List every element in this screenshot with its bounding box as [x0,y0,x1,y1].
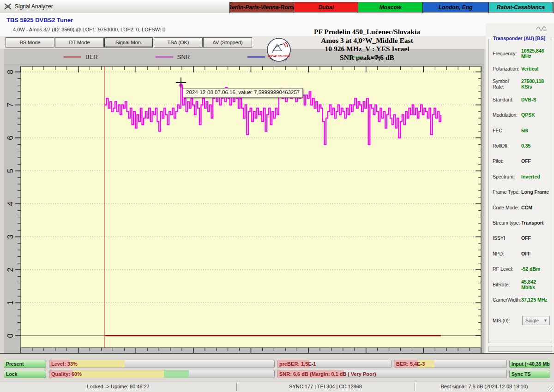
transponder-value: 37,125 MHz [521,297,548,303]
y-axis-label: 1 [6,301,15,305]
dxsatcs-logo: DXSATCS.COM [266,37,292,63]
transponder-label: FEC: [493,128,521,133]
mode-button-bs-mode[interactable]: BS Mode [6,37,54,48]
meter-ber: BER: 5,4E-3 [394,360,507,368]
mis-dropdown[interactable]: Single▼ [522,316,550,325]
app-icon [4,2,12,11]
tuner-name: TBS 5925 DVBS2 Tuner [6,17,73,24]
annotation-block: PF Prodelin 450_Lučenec/Slovakia Amos 3 … [277,28,457,62]
y-axis-label: 5 [6,169,15,173]
meter-preber: preBER: 1,5E-1 [277,360,391,368]
annotation-line-1: PF Prodelin 450_Lučenec/Slovakia [277,28,457,36]
transponder-value: CCM [521,205,532,210]
signal-chart-plot[interactable]: 012345678 [4,65,484,353]
mis-label: MIS (0): [493,318,521,323]
transponder-label: Frame Type: [493,189,521,195]
indicator-row-1: PresentLevel: 33%preBER: 1,5E-1BER: 5,4E… [0,360,554,368]
mode-button-dt-mode[interactable]: DT Mode [55,37,104,48]
meter-snr: SNR: 6,6 dB (Margin: 0,1 dB | Very Poor) [277,370,507,378]
status-input-40-39-mbps-: Input (~40,39 Mbps) [509,360,550,368]
mode-button-tsa-ok[interactable]: TSA (OK) [154,37,203,48]
transponder-label: Spectrum: [493,174,521,179]
y-axis-label: 3 [6,235,15,239]
statusbar: Locked -> Uptime: 80:46:27 SYNC 177 | TE… [0,381,554,392]
transponder-row: CarrierWidth:37,125 MHz [493,292,550,307]
transponder-value: 27500,118 KS/s [521,78,550,89]
status-sync-ts: Sync TS [509,370,550,378]
transponder-label: BitRate: [493,282,521,287]
status-present: Present [4,360,46,368]
transponder-label: Pilot: [493,158,521,164]
transponder-value: Long Frame [521,189,549,195]
ber-legend-line [64,56,81,58]
transponder-rows: Frequency:10925,846 MHzPolarization:Vert… [493,46,550,328]
meter-segment [164,370,189,378]
transponder-value: OFF [521,251,531,256]
chevron-down-icon: ▼ [543,318,548,323]
statusbar-uptime: Locked -> Uptime: 80:46:27 [0,384,236,389]
signal-analyzer-window: Signal Analyzer Berlin-Paris-Vienna-Roma… [0,0,554,392]
annotation-line-2: Amos 3 at 4,0°W_Middle East [277,36,457,45]
transponder-label: Polarization: [493,66,521,71]
tuner-details: 4.0W - Amos 3/7 (ID: 3560) @ LOF1: 97500… [13,27,165,32]
transponder-label: Symbol Rate: [493,78,521,89]
signature-icon [536,24,548,31]
transponder-label: ISSYI [493,235,521,241]
transponder-row: Polarization:Vertical [493,61,550,76]
meter-quality: Quality: 60% [49,370,275,378]
transponder-title: Transponder (AU) [BS] [492,36,547,41]
y-axis-label: 7 [6,103,15,107]
transponder-row: Standard:DVB-S [493,92,550,107]
bar-label: preBER: 1,5E-1 [279,361,316,367]
y-axis-label: 0 [6,333,15,338]
transponder-label: Code Mode: [493,205,521,210]
transponder-row: Stream type:Transport [493,215,550,230]
legend-label: BER [85,53,98,60]
status-lock: Lock [4,370,46,378]
transponder-value: 45,842 Mbit/s [521,279,550,290]
chart-tooltip: 2024-12-08 07.06.16, value: 7,5999999046… [183,88,303,98]
chart-panel: 012345678 [4,65,484,353]
transponder-row: Modulation:QPSK [493,107,550,123]
indicator-rows-area: PresentLevel: 33%preBER: 1,5E-1BER: 5,4E… [0,354,554,381]
transponder-row: Code Mode:CCM [493,200,550,215]
mode-button-row: BS ModeDT ModeSignal Mon.TSA (OK)AV (Sto… [6,37,253,48]
transponder-label: Frequency: [493,51,521,56]
y-axis-label: 2 [6,267,15,272]
bar-label: Input (~40,39 Mbps) [512,361,550,367]
mode-button-av-stopped[interactable]: AV (Stopped) [203,37,252,48]
transponder-row: RF Level:-52 dBm [493,261,550,276]
clock-city-header: Berlin-Paris-Vienna-Roma [230,2,294,12]
annotation-line-4: SNR peak=7,6 dB [277,53,457,62]
bar-label: BER: 5,4E-3 [396,361,425,367]
transponder-value: Transport [521,220,543,226]
transponder-value: 0.35 [521,143,530,148]
mis-value: Single [525,318,539,323]
legend-item-snr: SNR [156,53,190,60]
transponder-value: DVB-S [521,97,536,102]
transponder-value: OFF [521,235,531,241]
meter-level: Level: 33% [49,360,275,368]
transponder-label: RF Level: [493,266,521,272]
quality-legend-line [247,56,265,58]
resize-grip[interactable] [548,386,554,392]
mode-button-signal-mon[interactable]: Signal Mon. [104,37,153,48]
transponder-row: FEC:5/6 [493,123,550,138]
transponder-value: Vertical [521,66,538,71]
transponder-row: RollOff:0.35 [493,138,550,153]
transponder-row: Frequency:10925,846 MHz [493,46,550,61]
bar-label: SNR: 6,6 dB (Margin: 0,1 dB | Very Poor) [279,371,376,377]
transponder-value: QPSK [521,112,535,118]
transponder-row: NPD:OFF [493,246,550,261]
snr-legend-line [156,56,173,58]
legend-item-ber: BER [64,53,98,60]
dxsatcs-logo-text: DXSATCS.COM [268,54,290,58]
clock-city-header: Dubai [294,2,358,12]
statusbar-best-signal: Best signal: 7,6 dB (2024-12-08 18:10) [415,384,554,389]
bar-label: Quality: 60% [51,371,82,377]
transponder-label: NPD: [493,251,521,256]
transponder-row: BitRate:45,842 Mbit/s [493,277,550,292]
transponder-groupbox: Transponder (AU) [BS] Frequency:10925,84… [488,39,552,343]
bar-label: Present [6,361,24,367]
transponder-row: Symbol Rate:27500,118 KS/s [493,77,550,92]
